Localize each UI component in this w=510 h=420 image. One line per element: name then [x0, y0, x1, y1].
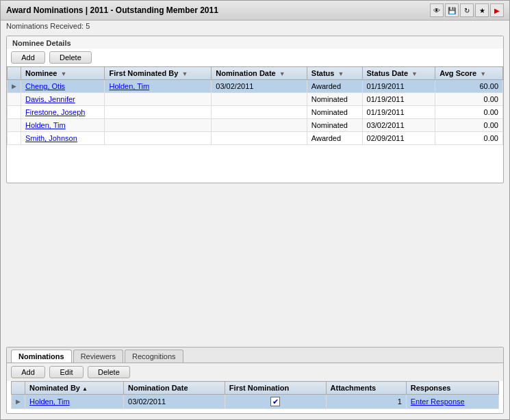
avg-score: 0.00 — [435, 132, 503, 145]
nominee-row[interactable]: Smith, Johnson Awarded 02/09/2011 0.00 — [8, 132, 503, 145]
nominations-header-row: Nominated By ▲ Nomination Date First Nom… — [12, 382, 499, 395]
col-attachments[interactable]: Attachments — [326, 382, 406, 395]
nomination-date — [212, 106, 307, 119]
lower-add-button[interactable]: Add — [11, 366, 45, 378]
eye-icon[interactable]: 👁 — [430, 3, 444, 17]
col-status-date[interactable]: Status Date ▼ — [362, 67, 435, 80]
nomination-date — [212, 132, 307, 145]
avg-score: 60.00 — [435, 80, 503, 93]
lower-buttons: Add Edit Delete — [7, 363, 503, 381]
col-status[interactable]: Status ▼ — [307, 67, 362, 80]
nominee-row[interactable]: Firestone, Joseph Nominated 01/19/2011 0… — [8, 106, 503, 119]
nominee-table-wrap: Nominee ▼ First Nominated By ▼ Nominatio… — [7, 66, 503, 183]
col-nominated-by[interactable]: Nominated By ▲ — [25, 382, 124, 395]
lower-expand-col — [12, 382, 25, 395]
title-bar: Award Nominations | 2011 - Outstanding M… — [1, 1, 509, 21]
nominee-buttons: Add Delete — [7, 49, 503, 66]
status-date: 01/19/2011 — [362, 106, 435, 119]
nominee-details-section: Nominee Details Add Delete Nominee ▼ Fir… — [6, 36, 504, 183]
avg-score: 0.00 — [435, 119, 503, 132]
first-nomination-checkbox[interactable]: ✔ — [270, 397, 280, 406]
main-window: Award Nominations | 2011 - Outstanding M… — [0, 0, 510, 420]
col-responses[interactable]: Responses — [406, 382, 498, 395]
nominee-row[interactable]: ▶ Cheng, Otis Holden, Tim 03/02/2011 Awa… — [8, 80, 503, 93]
nomination-date — [212, 93, 307, 106]
lower-section: Nominations Reviewers Recognitions Add E… — [6, 347, 504, 414]
status-date: 03/02/2011 — [362, 119, 435, 132]
nominations-received: Nominations Received: 5 — [1, 21, 509, 33]
nominee-name[interactable]: Cheng, Otis — [21, 80, 105, 93]
nominee-name[interactable]: Holden, Tim — [21, 119, 105, 132]
nominated-by-cell[interactable]: Holden, Tim — [25, 395, 124, 409]
nominee-delete-button[interactable]: Delete — [49, 51, 92, 64]
tab-nominations[interactable]: Nominations — [11, 350, 72, 363]
nomination-date-cell: 03/02/2011 — [124, 395, 225, 409]
status: Nominated — [307, 106, 362, 119]
first-nominated-by[interactable] — [105, 93, 212, 106]
flag-icon[interactable]: ▶ — [490, 3, 504, 17]
toolbar-icons: 👁 💾 ↻ ★ ▶ — [430, 3, 504, 17]
first-nominated-by[interactable]: Holden, Tim — [105, 80, 212, 93]
col-nomination-date[interactable]: Nomination Date ▼ — [212, 67, 307, 80]
tabs-row: Nominations Reviewers Recognitions — [7, 347, 503, 363]
first-nominated-by[interactable] — [105, 119, 212, 132]
nominee-details-title: Nominee Details — [7, 36, 503, 49]
avg-score: 0.00 — [435, 93, 503, 106]
status-date: 01/19/2011 — [362, 93, 435, 106]
col-nominee[interactable]: Nominee ▼ — [21, 67, 105, 80]
row-expand-icon[interactable] — [8, 106, 21, 119]
status: Awarded — [307, 80, 362, 93]
main-content: Nominee Details Add Delete Nominee ▼ Fir… — [1, 33, 509, 419]
row-expand-icon[interactable] — [8, 93, 21, 106]
row-expand-icon[interactable] — [8, 119, 21, 132]
first-nominated-by[interactable] — [105, 132, 212, 145]
status: Awarded — [307, 132, 362, 145]
nominee-name[interactable]: Davis, Jennifer — [21, 93, 105, 106]
window-title: Award Nominations | 2011 - Outstanding M… — [6, 5, 218, 15]
nominee-table: Nominee ▼ First Nominated By ▼ Nominatio… — [7, 66, 503, 145]
tab-reviewers[interactable]: Reviewers — [73, 350, 123, 363]
nomination-row[interactable]: ▶ Holden, Tim 03/02/2011 ✔ 1 Enter Respo… — [12, 395, 499, 409]
col-nom-date[interactable]: Nomination Date — [124, 382, 225, 395]
expand-col-header — [8, 67, 21, 80]
status-date: 02/09/2011 — [362, 132, 435, 145]
status-date: 01/19/2011 — [362, 80, 435, 93]
avg-score: 0.00 — [435, 106, 503, 119]
nominee-row[interactable]: Holden, Tim Nominated 03/02/2011 0.00 — [8, 119, 503, 132]
nominee-header-row: Nominee ▼ First Nominated By ▼ Nominatio… — [8, 67, 503, 80]
col-avg-score[interactable]: Avg Score ▼ — [435, 67, 503, 80]
save-icon[interactable]: 💾 — [445, 3, 459, 17]
status: Nominated — [307, 119, 362, 132]
refresh-icon[interactable]: ↻ — [460, 3, 474, 17]
spacer — [6, 187, 504, 347]
status: Nominated — [307, 93, 362, 106]
row-expand-icon[interactable]: ▶ — [12, 395, 25, 409]
nominee-name[interactable]: Firestone, Joseph — [21, 106, 105, 119]
nomination-date — [212, 119, 307, 132]
attachments-cell: 1 — [326, 395, 406, 409]
nominee-add-button[interactable]: Add — [11, 51, 45, 64]
first-nominated-by[interactable] — [105, 106, 212, 119]
nominee-row[interactable]: Davis, Jennifer Nominated 01/19/2011 0.0… — [8, 93, 503, 106]
row-expand-icon[interactable] — [8, 132, 21, 145]
lower-edit-button[interactable]: Edit — [49, 366, 84, 378]
col-first-nomination[interactable]: First Nomination — [225, 382, 326, 395]
first-nomination-cell[interactable]: ✔ — [225, 395, 326, 409]
star-icon[interactable]: ★ — [475, 3, 489, 17]
responses-cell[interactable]: Enter Response — [406, 395, 498, 409]
nomination-date: 03/02/2011 — [212, 80, 307, 93]
nominations-table: Nominated By ▲ Nomination Date First Nom… — [11, 381, 499, 409]
tab-recognitions[interactable]: Recognitions — [125, 350, 183, 363]
lower-table-wrap: Nominated By ▲ Nomination Date First Nom… — [7, 381, 503, 413]
lower-delete-button[interactable]: Delete — [88, 366, 130, 378]
col-first-nominated-by[interactable]: First Nominated By ▼ — [105, 67, 212, 80]
row-expand-icon[interactable]: ▶ — [8, 80, 21, 93]
nominee-name[interactable]: Smith, Johnson — [21, 132, 105, 145]
